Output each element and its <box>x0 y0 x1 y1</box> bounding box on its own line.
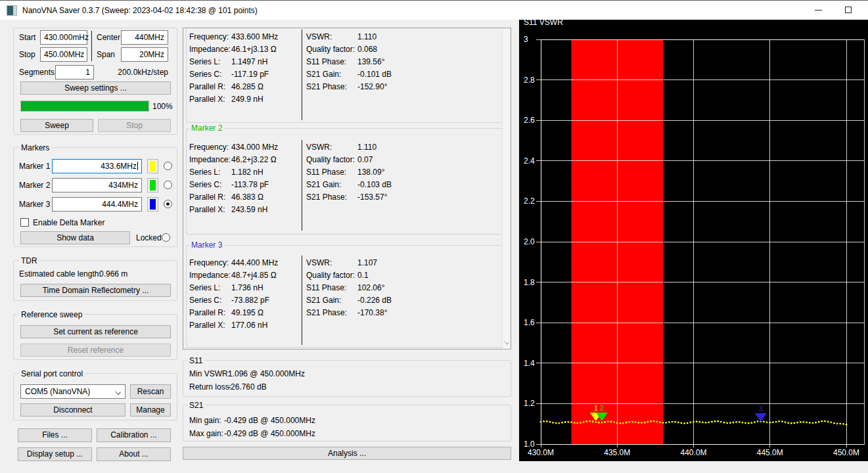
serial-group-title: Serial port control <box>19 369 85 378</box>
locked-radio[interactable] <box>162 233 170 242</box>
trace-point <box>637 422 639 424</box>
maximize-button[interactable] <box>833 1 863 20</box>
minimize-button[interactable] <box>803 1 833 20</box>
serial-port-select[interactable]: COM5 (NanoVNA) <box>20 384 126 399</box>
trace-point <box>635 421 637 423</box>
show-data-button[interactable]: Show data <box>20 231 130 244</box>
trace-point <box>665 422 667 424</box>
marker-data-value: -113.78 pF <box>231 180 269 189</box>
sweep-button[interactable]: Sweep <box>20 119 93 132</box>
trace-point <box>742 422 744 424</box>
window-title: NanoVNA Saver 0.3.7 (Sweep: 2023-04-02 1… <box>22 6 258 15</box>
trace-point <box>702 422 704 424</box>
marker1-frequency-field[interactable]: 433.6MHz <box>52 159 142 173</box>
y-tick-label: 1.2 <box>524 399 535 408</box>
marker-data-value: 102.06° <box>357 283 385 292</box>
trace-point <box>778 420 780 422</box>
trace-point <box>576 422 578 424</box>
set-reference-button[interactable]: Set current as reference <box>20 325 171 338</box>
marker-data-value: 249.9 nH <box>231 95 263 104</box>
marker1-color-swatch[interactable] <box>147 159 158 173</box>
return-loss-value: -26.760 dB <box>228 382 267 392</box>
marker3-frequency-field[interactable]: 444.4MHz <box>52 197 142 212</box>
stop-button[interactable]: Stop <box>98 119 171 132</box>
marker3-color-swatch[interactable] <box>147 197 158 212</box>
calibration-button[interactable]: Calibration ... <box>97 428 171 442</box>
y-tick-label: 1.0 <box>524 439 535 449</box>
enable-delta-marker-checkbox[interactable] <box>20 218 29 227</box>
s11-summary-title: S11 <box>187 356 204 365</box>
y-tick-label: 1.4 <box>524 359 535 368</box>
trace-point <box>809 422 811 424</box>
trace-point <box>570 421 572 423</box>
marker3-radio[interactable] <box>164 200 172 208</box>
marker-block-divider <box>302 30 302 120</box>
trace-point <box>775 421 777 423</box>
trace-point <box>763 421 765 423</box>
trace-point <box>604 421 606 423</box>
tdr-group: TDR Estimated cable length: 0.966 m Time… <box>13 260 177 301</box>
chart-marker-label-3: 3 <box>759 405 763 413</box>
trace-point <box>803 421 805 423</box>
trace-point <box>735 421 737 423</box>
trace-point <box>796 422 798 424</box>
rescan-button[interactable]: Rescan <box>130 384 171 399</box>
start-frequency-field[interactable]: 430.000mHz <box>40 30 87 45</box>
analysis-button[interactable]: Analysis ... <box>183 447 511 460</box>
marker-data-value: 434.000 MHz <box>231 143 278 152</box>
marker2-color-swatch[interactable] <box>147 178 158 192</box>
disconnect-button[interactable]: Disconnect <box>20 403 126 417</box>
trace-point <box>656 420 658 422</box>
marker-data-value: 1.110 <box>357 143 377 152</box>
marker-panel-scrollbar[interactable] <box>502 29 510 349</box>
trace-point <box>781 420 783 422</box>
trace-point <box>567 421 569 423</box>
return-loss-label: Return loss: <box>189 382 231 392</box>
trace-point <box>601 422 603 424</box>
manage-button[interactable]: Manage <box>130 403 171 417</box>
trace-point <box>836 422 838 424</box>
marker-data-value: 48.7+j4.85 Ω <box>231 271 277 280</box>
trace-point <box>790 422 792 424</box>
marker2-frequency-field[interactable]: 434MHz <box>52 178 142 192</box>
display-setup-button[interactable]: Display setup ... <box>18 447 92 461</box>
marker-data-label: Frequency: <box>189 258 229 267</box>
x-tick-label: 430.0M <box>528 448 554 457</box>
s11-vswr-chart[interactable]: 32.82.62.42.22.01.81.61.41.21.0430.0M435… <box>519 20 868 461</box>
trace-point <box>739 421 741 423</box>
trace-point <box>766 421 768 423</box>
stop-frequency-field[interactable]: 450.00MHz <box>40 47 87 62</box>
trace-point <box>641 422 643 424</box>
files-button[interactable]: Files ... <box>18 428 92 442</box>
marker2-radio[interactable] <box>164 181 172 189</box>
center-frequency-field[interactable]: 440MHz <box>121 30 168 45</box>
segments-field[interactable]: 1 <box>55 65 94 79</box>
sweep-column-divider <box>91 31 92 61</box>
markers-group: Markers Marker 1 433.6MHz Marker 2 434MH… <box>13 147 177 247</box>
reset-reference-button[interactable]: Reset reference <box>20 344 171 357</box>
marker-data-value: 0.1 <box>357 271 369 280</box>
marker-data-value: 243.59 nH <box>231 205 267 214</box>
chart-title: S11 VSWR <box>524 20 563 27</box>
start-label: Start <box>19 33 35 42</box>
trace-point <box>733 422 735 424</box>
marker1-radio[interactable] <box>164 162 172 170</box>
marker-data-value: 138.09° <box>357 168 385 177</box>
marker-block-title: Marker 2 <box>189 124 224 133</box>
about-button[interactable]: About ... <box>97 447 171 461</box>
marker-data-value: 1.1497 nH <box>231 57 267 66</box>
marker-data-label: Series C: <box>189 180 221 189</box>
marker-data-value: 433.600 MHz <box>231 32 278 41</box>
marker-data-label: Frequency: <box>189 32 229 41</box>
time-domain-reflectometry-button[interactable]: Time Domain Reflectometry ... <box>20 284 171 297</box>
sweep-settings-button[interactable]: Sweep settings ... <box>20 81 171 95</box>
marker2-label: Marker 2 <box>19 181 50 190</box>
marker-data-value: 177.06 nH <box>231 321 267 330</box>
span-frequency-field[interactable]: 20MHz <box>121 47 168 62</box>
min-gain-value: -0.429 dB @ 450.000MHz <box>224 416 315 425</box>
text-caret <box>137 162 138 170</box>
marker-data-value: -0.103 dB <box>357 180 392 189</box>
marker-data-label: Quality factor: <box>306 271 355 280</box>
marker-data-label: Parallel X: <box>189 95 225 104</box>
trace-point <box>555 422 557 424</box>
